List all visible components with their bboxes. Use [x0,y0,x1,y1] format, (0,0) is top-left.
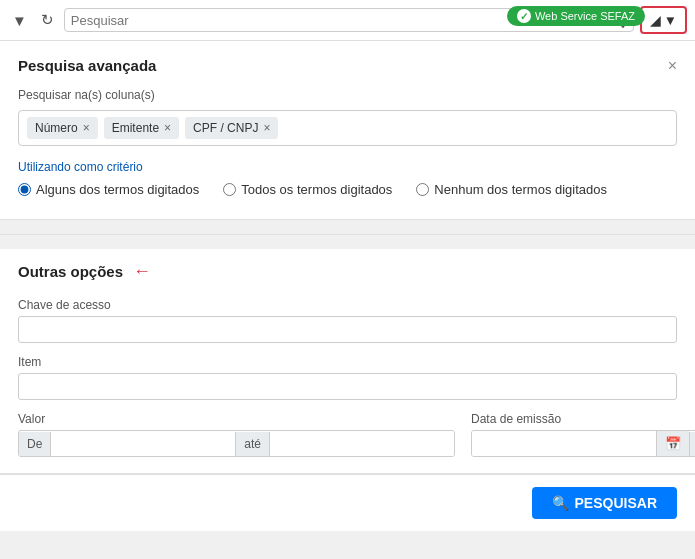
valor-inputs: De até [18,430,455,457]
pesquisar-search-icon: 🔍 [552,495,569,511]
web-service-status: ✓ Web Service SEFAZ [507,6,645,26]
tag-cpf-cnpj-label: CPF / CNPJ [193,121,258,135]
columns-label: Pesquisar na(s) coluna(s) [18,88,677,102]
radio-nenhum-input[interactable] [416,183,429,196]
valor-ate-label: até [235,432,270,456]
refresh-button[interactable]: ↻ [37,9,58,31]
status-label: Web Service SEFAZ [535,10,635,22]
radio-alguns-input[interactable] [18,183,31,196]
valor-label: Valor [18,412,455,426]
filter-button[interactable]: ◢ ▼ [640,6,687,34]
filter-arrow-icon: ▼ [664,13,677,28]
radio-group: Alguns dos termos digitados Todos os ter… [18,182,677,197]
outras-header: Outras opções ← [18,261,677,282]
outras-opcoes-panel: Outras opções ← Chave de acesso Item Val… [0,249,695,474]
chave-input[interactable] [18,316,677,343]
item-label: Item [18,355,677,369]
chave-field-group: Chave de acesso [18,298,677,343]
tag-cpf-cnpj: CPF / CNPJ × [185,117,278,139]
panel-title: Pesquisa avançada [18,57,156,74]
advanced-search-panel: Pesquisa avançada × Pesquisar na(s) colu… [0,41,695,220]
criteria-label: Utilizando como critério [18,160,677,174]
item-field-group: Item [18,355,677,400]
radio-nenhum-label: Nenhum dos termos digitados [434,182,607,197]
footer: 🔍 PESQUISAR [0,474,695,531]
tag-numero: Número × [27,117,98,139]
outras-title: Outras opções [18,263,123,280]
tag-cpf-cnpj-remove[interactable]: × [263,121,270,135]
valor-ate-input[interactable] [270,431,454,456]
tag-numero-label: Número [35,121,78,135]
valor-de-label: De [19,432,51,456]
chave-label: Chave de acesso [18,298,677,312]
pesquisar-button[interactable]: 🔍 PESQUISAR [532,487,677,519]
tags-container: Número × Emitente × CPF / CNPJ × [18,110,677,146]
data-de-input[interactable] [472,431,656,456]
data-label: Data de emissão [471,412,695,426]
radio-todos-input[interactable] [223,183,236,196]
arrow-right-icon: ← [133,261,151,282]
data-de-calendar-button[interactable]: 📅 [656,431,689,456]
data-inputs: 📅 até 📅 [471,430,695,457]
radio-todos-label: Todos os termos digitados [241,182,392,197]
radio-alguns[interactable]: Alguns dos termos digitados [18,182,199,197]
panel-header: Pesquisa avançada × [18,57,677,74]
valor-field-group: Valor De até [18,412,455,457]
data-ate-label: até [689,432,695,456]
dropdown-button[interactable]: ▼ [8,10,31,31]
close-button[interactable]: × [668,58,677,74]
radio-nenhum[interactable]: Nenhum dos termos digitados [416,182,607,197]
radio-alguns-label: Alguns dos termos digitados [36,182,199,197]
section-divider [0,234,695,235]
filter-icon: ◢ [650,12,661,28]
valor-de-input[interactable] [51,431,235,456]
radio-todos[interactable]: Todos os termos digitados [223,182,392,197]
tag-emitente-label: Emitente [112,121,159,135]
tag-emitente: Emitente × [104,117,179,139]
tag-emitente-remove[interactable]: × [164,121,171,135]
item-input[interactable] [18,373,677,400]
valor-data-row: Valor De até Data de emissão 📅 até 📅 [18,412,677,469]
data-field-group: Data de emissão 📅 até 📅 [471,412,695,457]
pesquisar-label: PESQUISAR [575,495,657,511]
check-icon: ✓ [517,9,531,23]
top-bar: ▼ ↻ 🔍 ◢ ▼ ✓ Web Service SEFAZ [0,0,695,41]
tag-numero-remove[interactable]: × [83,121,90,135]
